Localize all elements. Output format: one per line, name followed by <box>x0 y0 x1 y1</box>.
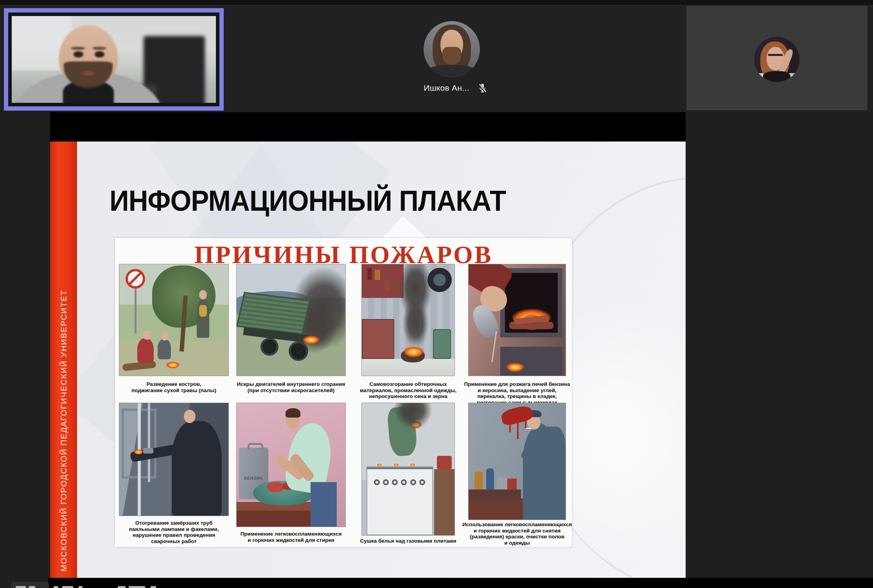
share-letterbox-top <box>50 112 686 142</box>
active-speaker-tile[interactable] <box>4 8 224 111</box>
mic-off-icon <box>477 83 488 93</box>
panel-illustration-self-ignition <box>361 264 455 376</box>
panel-illustration-drying <box>361 403 455 536</box>
panel-caption: Отогревание замёрзших труб паяльными лам… <box>119 520 229 544</box>
flame <box>165 351 180 369</box>
panel-illustration-truck <box>236 264 346 376</box>
clipped-control-text <box>29 586 35 588</box>
fire-causes-poster: ПРИЧИНЫ ПОЖАРОВ Разведение костров, подж… <box>115 238 572 547</box>
university-sidebar-text: МОСКОВСКИЙ ГОРОДСКОЙ ПЕДАГОГИЧЕСКИЙ УНИВ… <box>59 290 68 572</box>
panel-caption: Искры двигателей внутреннего сгорания (п… <box>231 381 351 393</box>
participant-tile-right[interactable] <box>686 6 868 110</box>
panel-caption: Использование легковоспламеняющихся и го… <box>460 522 574 546</box>
participant-name-row: Ишков Ан... <box>391 81 520 95</box>
bottom-bar <box>48 578 873 588</box>
panel-caption: Разведение костров, поджигание сухой тра… <box>119 381 229 393</box>
bottom-left-control[interactable] <box>11 582 49 588</box>
clipped-toolbar-text <box>54 586 58 588</box>
shared-slide: МОСКОВСКИЙ ГОРОДСКОЙ ПЕДАГОГИЧЕСКИЙ УНИВ… <box>50 142 686 578</box>
webcam-video-art <box>12 16 216 103</box>
panel-illustration-campfire <box>119 264 229 376</box>
panel-caption: Применение легковоспламеняющихся и горюч… <box>231 531 351 543</box>
webcam-video <box>12 16 216 103</box>
cigarette <box>526 428 531 429</box>
gas-stove <box>366 466 433 535</box>
speaker-brow <box>71 47 85 50</box>
participant-name: Ишков Ан... <box>424 83 469 93</box>
panel-illustration-paint-solvents <box>468 403 566 520</box>
clipped-toolbar-text <box>62 586 73 588</box>
clipped-toolbar-text <box>151 586 156 588</box>
participant-avatar[interactable] <box>424 21 480 77</box>
slide-title: ИНФОРМАЦИОННЫЙ ПЛАКАТ <box>110 184 506 217</box>
canister-label: БЕНЗИН <box>241 476 266 480</box>
participant-avatar-woman <box>754 37 799 82</box>
panel-illustration-stove-gasoline <box>468 264 566 376</box>
speaker-brow <box>93 47 106 50</box>
panel-illustration-washing: БЕНЗИН <box>236 403 346 527</box>
clipped-toolbar-text <box>129 586 145 588</box>
avatar-glasses <box>768 54 783 61</box>
panel-illustration-pipe-thawing <box>119 403 229 516</box>
window-top-edge <box>0 0 873 5</box>
jerrycan <box>433 329 451 359</box>
clipped-control-text <box>16 586 26 588</box>
tire <box>428 268 452 292</box>
panel-caption: Сушка белья над газовыми плитами <box>350 538 466 544</box>
speaker-mouth <box>82 71 95 76</box>
panel-caption: Применение для розжига печей бензина и к… <box>462 381 573 405</box>
no-smoking-sign <box>126 269 145 289</box>
blowtorch <box>143 448 153 454</box>
clipped-toolbar-text <box>79 586 83 588</box>
panel-caption: Самовозгорание обтирочных материалов, пр… <box>351 381 465 400</box>
clipped-toolbar-text <box>118 586 126 588</box>
university-sidebar: МОСКОВСКИЙ ГОРОДСКОЙ ПЕДАГОГИЧЕСКИЙ УНИВ… <box>50 142 77 578</box>
avatar-body <box>763 71 790 82</box>
